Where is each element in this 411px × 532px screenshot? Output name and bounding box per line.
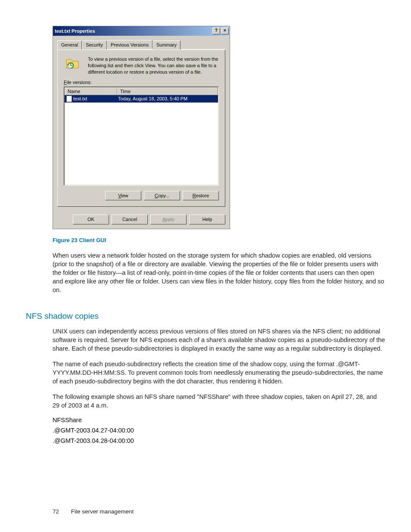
folder-history-icon [65,56,79,70]
page-footer: 72 File server management [53,508,134,515]
window-title: test.txt Properties [55,28,212,34]
tab-strip: General Security Previous Versions Summa… [57,40,225,50]
tab-security[interactable]: Security [82,40,107,50]
body-paragraph: When users view a network folder hosted … [53,251,385,294]
help-button-footer[interactable]: Help [189,215,225,224]
body-paragraph: UNIX users can independently access prev… [53,327,385,353]
file-versions-list[interactable]: Name Time test.txt Today, August 18, 200… [64,87,219,186]
file-versions-label: File versions: [64,80,219,85]
close-button[interactable]: × [221,28,229,34]
help-button[interactable]: ? [212,28,220,34]
tab-general[interactable]: General [57,40,82,50]
column-time[interactable]: Time [117,87,218,95]
cancel-button[interactable]: Cancel [112,215,148,224]
example-line: .@GMT-2003.04.28-04:00:00 [53,437,385,444]
list-header: Name Time [65,87,218,95]
tab-previous-versions[interactable]: Previous Versions [107,40,153,49]
apply-button: Apply [150,215,187,224]
example-line: NFSShare [53,417,385,423]
intro-text: To view a previous version of a file, se… [88,56,219,75]
tab-summary[interactable]: Summary [153,40,181,50]
example-line: .@GMT-2003.04.27-04:00:00 [53,427,385,434]
section-heading: NFS shadow copies [26,311,385,321]
column-name[interactable]: Name [65,87,117,95]
tab-content: To view a previous version of a file, se… [57,50,225,207]
body-paragraph: The name of each pseudo-subdirectory ref… [53,360,385,386]
copy-button[interactable]: Copy... [144,191,180,200]
list-item-time: Today, August 18, 2003, 5:40 PM [116,95,218,103]
footer-section: File server management [71,508,134,515]
figure-caption: Figure 23 Client GUI [53,237,385,243]
list-item[interactable]: test.txt Today, August 18, 2003, 5:40 PM [65,95,218,103]
list-item-name: test.txt [73,96,87,101]
page-number: 72 [53,508,59,515]
properties-dialog: test.txt Properties ? × General Security… [53,26,230,229]
body-paragraph: The following example shows an NFS share… [53,392,385,410]
view-button[interactable]: View [105,191,141,200]
ok-button[interactable]: OK [73,215,109,224]
titlebar: test.txt Properties ? × [53,26,230,36]
restore-button[interactable]: Restore [183,191,219,200]
file-icon [66,96,72,102]
